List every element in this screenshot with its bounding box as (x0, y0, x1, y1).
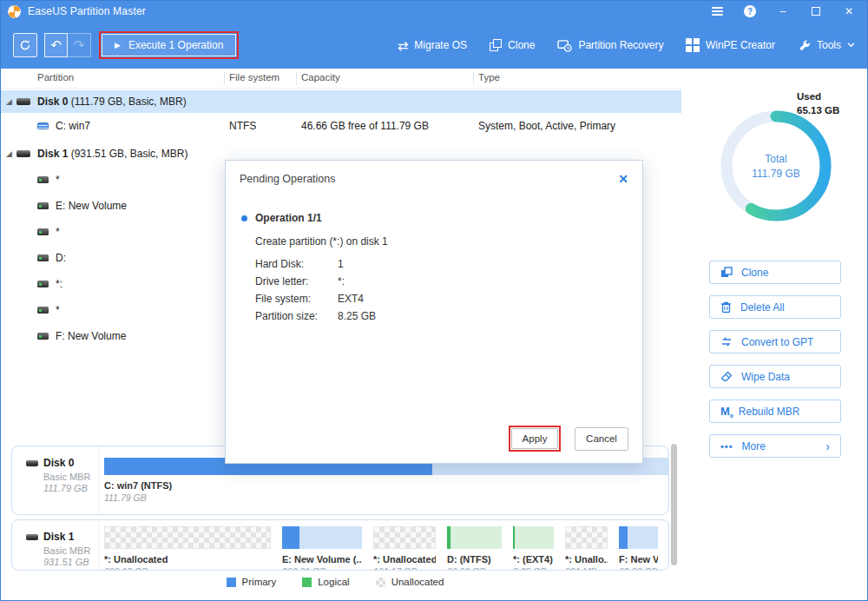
cell-capacity: 46.66 GB (301, 120, 345, 132)
col-partition[interactable]: Partition (37, 72, 74, 83)
right-sidebar: Used 65.13 GB Total 111.79 GB Clone (682, 69, 868, 601)
partition-icon (37, 202, 49, 209)
sidebar-wipe-data-button[interactable]: Wipe Data (709, 365, 841, 388)
wrench-icon (798, 39, 811, 52)
cell-file-system: NTFS (229, 120, 256, 132)
redo-button: ↷ (68, 33, 91, 57)
close-button[interactable]: ✕ (838, 3, 860, 20)
disk1-panel[interactable]: Disk 1 Basic MBR 931.51 GB *: Unallocate… (11, 519, 669, 571)
field-partition-size: Partition size:8.25 GB (255, 307, 642, 325)
migrate-os-button[interactable]: ⇄ Migrate OS (398, 39, 467, 52)
cancel-button[interactable]: Cancel (575, 427, 628, 451)
sidebar-delete-all-button[interactable]: Delete All (709, 295, 841, 319)
table-header: Partition File system Capacity Type (1, 69, 681, 89)
dialog-title: Pending Operations (240, 173, 336, 185)
disk1-segment[interactable]: F: New V... 62.38 GB (619, 526, 658, 571)
partition-icon (37, 281, 49, 287)
disk-icon (26, 460, 38, 466)
total-label: Total 111.79 GB (715, 105, 837, 227)
col-capacity[interactable]: Capacity (301, 72, 340, 83)
partition-recovery-icon (557, 39, 572, 52)
disk0-info: Disk 0 Basic MBR 111.79 GB (12, 446, 99, 514)
legend-logical: Logical (302, 577, 349, 587)
tree-row-disk0[interactable]: ◢ Disk 0 (111.79 GB, Basic, MBR) (1, 90, 681, 113)
app-logo-icon (8, 5, 21, 18)
minimize-button[interactable]: – (772, 3, 794, 20)
disk-usage-donut: Used 65.13 GB Total 111.79 GB (682, 69, 868, 234)
legend-primary: Primary (227, 577, 277, 587)
disk1-segment[interactable]: D: (NTFS) 96.90 GB (447, 526, 502, 571)
sidebar-more-button[interactable]: ••• More › (709, 434, 841, 458)
disk-icon (26, 534, 38, 540)
clone-icon (490, 39, 502, 51)
sidebar-clone-button[interactable]: Clone (709, 261, 841, 284)
col-type[interactable]: Type (478, 72, 500, 83)
partition-icon (37, 228, 49, 235)
disk-icon (16, 98, 30, 105)
ellipsis-icon: ••• (720, 441, 733, 452)
disk-icon (16, 150, 30, 157)
chevron-down-icon (847, 43, 855, 48)
app-window: EaseUS Partition Master ? – ✕ ↶ ↷ ▶ Exec… (0, 0, 868, 601)
partition-icon (37, 176, 49, 183)
disk1-segment[interactable]: *: (EXT4) 8.25 GB (513, 526, 554, 571)
tree-row-c-win7[interactable]: C: win7 NTFS 46.66 GB free of 111.79 GB … (1, 113, 681, 139)
clone-icon (720, 267, 733, 279)
partition-recovery-button[interactable]: Partition Recovery (557, 39, 663, 52)
maximize-button[interactable] (805, 3, 827, 20)
disk0-segment-c[interactable]: C: win7 (NTFS) 111.79 GB (104, 458, 669, 503)
help-button[interactable]: ? (739, 3, 761, 20)
rebuild-mbr-icon: M (720, 405, 730, 418)
disk1-segment[interactable]: *: Unallo... 821 MB (565, 526, 608, 571)
partition-icon (37, 333, 49, 340)
clone-button[interactable]: Clone (490, 39, 535, 51)
dialog-close-icon[interactable]: ✕ (618, 172, 628, 186)
primary-swatch (227, 578, 236, 587)
migrate-os-icon: ⇄ (398, 39, 409, 52)
chevron-right-icon: › (825, 439, 830, 453)
apply-button[interactable]: Apply (511, 428, 558, 449)
logical-swatch (302, 578, 312, 587)
undo-button[interactable]: ↶ (44, 33, 68, 57)
operation-title: Operation 1/1 (255, 212, 322, 224)
caret-icon: ◢ (6, 97, 16, 106)
tools-button[interactable]: Tools (798, 39, 855, 52)
refresh-icon (19, 39, 31, 51)
execute-operation-button[interactable]: ▶ Execute 1 Operation (102, 34, 236, 56)
caret-icon: ◢ (6, 149, 16, 158)
sidebar-rebuild-mbr-button[interactable]: M Rebuild MBR (709, 400, 841, 423)
legend: Primary Logical Unallocated (1, 577, 669, 587)
cell-capacity-free: free of 111.79 GB (348, 120, 429, 132)
disk1-segment[interactable]: *: Unallocated 399.18 GB (104, 526, 271, 571)
disk1-segment[interactable]: E: New Volume (... 202.81 GB (282, 526, 362, 571)
field-file-system: File system:EXT4 (255, 290, 642, 307)
windows-icon (686, 38, 700, 52)
disk1-segment[interactable]: *: Unallocated 161.17 GB (373, 526, 436, 571)
winpe-creator-button[interactable]: WinPE Creator (686, 38, 775, 52)
unallocated-swatch (376, 578, 385, 587)
operation-bullet-icon (241, 215, 247, 221)
disk1-info: Disk 1 Basic MBR 931.51 GB (12, 520, 99, 570)
legend-unallocated: Unallocated (376, 577, 444, 587)
operation-description: Create partition (*:) on disk 1 (255, 235, 642, 248)
toolbar: ↶ ↷ ▶ Execute 1 Operation ⇄ Migrate OS C… (1, 22, 867, 69)
titlebar: EaseUS Partition Master ? – ✕ (1, 1, 867, 22)
convert-icon (720, 336, 733, 347)
play-icon: ▶ (115, 41, 121, 50)
col-file-system[interactable]: File system (229, 72, 279, 83)
disk-map-panels: Disk 0 Basic MBR 111.79 GB C: win7 (NTFS… (11, 446, 669, 571)
execute-highlight-box: ▶ Execute 1 Operation (99, 31, 239, 59)
partition-icon (37, 254, 49, 261)
refresh-button[interactable] (13, 33, 37, 57)
field-hard-disk: Hard Disk:1 (255, 255, 642, 273)
field-drive-letter: Drive letter:*: (255, 273, 642, 290)
trash-icon (720, 301, 732, 314)
partition-icon (37, 307, 49, 314)
cell-type: System, Boot, Active, Primary (478, 120, 615, 132)
scrollbar-thumb[interactable] (671, 444, 677, 565)
sidebar-convert-gpt-button[interactable]: Convert to GPT (709, 330, 841, 353)
menu-icon[interactable] (706, 3, 728, 20)
pending-operations-dialog: Pending Operations ✕ Operation 1/1 Creat… (225, 160, 643, 464)
eraser-icon (720, 371, 733, 382)
execute-operation-label: Execute 1 Operation (128, 39, 223, 51)
